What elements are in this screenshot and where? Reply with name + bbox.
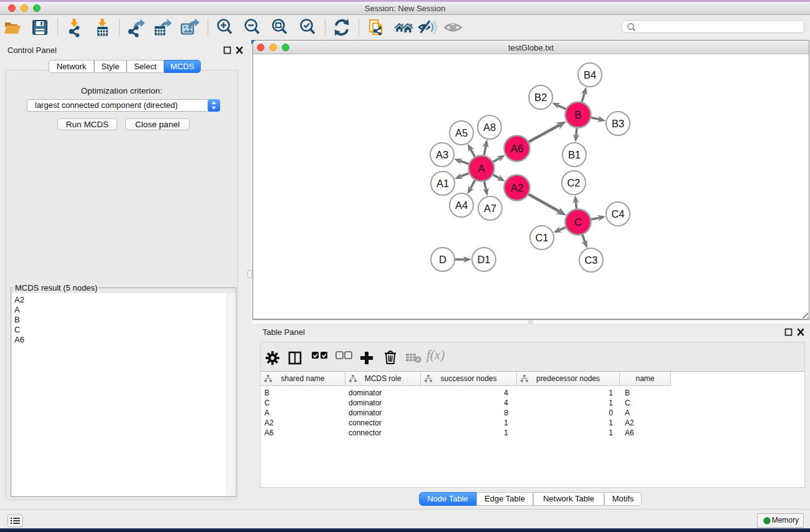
- svg-text:D1: D1: [477, 254, 490, 265]
- svg-text:A4: A4: [455, 200, 468, 211]
- svg-text:B3: B3: [612, 118, 624, 129]
- svg-text:C1: C1: [535, 232, 548, 243]
- svg-text:A: A: [478, 163, 485, 174]
- svg-text:C2: C2: [567, 177, 580, 188]
- svg-text:C: C: [574, 216, 582, 228]
- svg-text:D: D: [439, 254, 446, 265]
- svg-text:B: B: [574, 109, 581, 120]
- svg-text:B4: B4: [584, 69, 596, 80]
- svg-text:A3: A3: [436, 149, 448, 160]
- svg-text:A8: A8: [483, 122, 496, 133]
- svg-text:A1: A1: [436, 178, 449, 189]
- svg-text:A6: A6: [511, 143, 523, 154]
- svg-text:C3: C3: [584, 254, 597, 266]
- svg-text:A5: A5: [455, 127, 468, 138]
- svg-text:A2: A2: [511, 182, 523, 193]
- svg-text:C4: C4: [611, 208, 624, 220]
- svg-text:B2: B2: [534, 92, 547, 103]
- svg-text:A7: A7: [484, 203, 496, 214]
- svg-text:B1: B1: [568, 149, 581, 160]
